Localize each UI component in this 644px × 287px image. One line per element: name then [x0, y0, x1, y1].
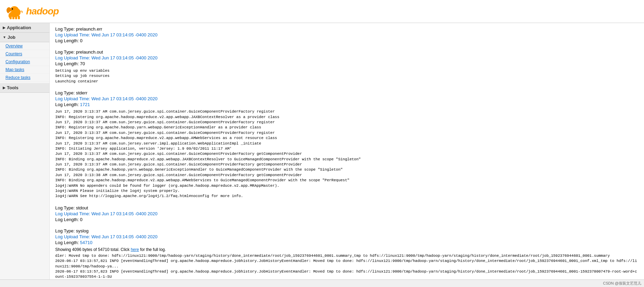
log-type-prelaunch-err: Log Type: prelaunch.err — [55, 26, 639, 32]
log-length-syslog: Log Length: 54710 — [55, 240, 639, 245]
log-type-syslog: Log Type: syslog — [55, 228, 639, 233]
log-type-stdout: Log Type: stdout — [55, 205, 639, 210]
hadoop-elephant-icon — [4, 3, 25, 20]
header: hadoop — [0, 0, 644, 23]
log-section-syslog: Log Type: syslog Log Upload Time: Wed Ju… — [55, 228, 639, 279]
sidebar-section-job[interactable]: ▼ Job — [0, 33, 49, 42]
log-length-syslog-prefix: Log Length: — [55, 240, 80, 245]
job-arrow-icon: ▼ — [3, 35, 6, 39]
sidebar-tools-label: Tools — [7, 85, 19, 90]
sidebar-item-configuration[interactable]: Configuration — [0, 58, 49, 66]
log-upload-time-prelaunch-err: Log Upload Time: Wed Jun 17 03:14:05 -04… — [55, 32, 639, 37]
content-area: Log Type: prelaunch.err Log Upload Time:… — [50, 23, 644, 279]
log-length-syslog-value: 54710 — [80, 240, 92, 245]
log-upload-time-stderr: Log Upload Time: Wed Jun 17 03:14:05 -04… — [55, 96, 639, 101]
log-section-prelaunch-err: Log Type: prelaunch.err Log Upload Time:… — [55, 26, 639, 43]
full-log-link[interactable]: here — [131, 247, 139, 252]
svg-rect-5 — [12, 16, 14, 19]
sidebar-item-overview[interactable]: Overview — [0, 42, 49, 50]
sidebar-section-tools[interactable]: ▶ Tools — [0, 83, 49, 93]
showing-text-syslog: Showing 4096 bytes of 54710 total. Click… — [55, 247, 639, 252]
sidebar-job-label: Job — [8, 35, 15, 40]
showing-suffix: for the full log. — [139, 247, 166, 252]
log-type-stderr: Log Type: stderr — [55, 90, 639, 95]
svg-rect-6 — [15, 16, 17, 19]
svg-rect-7 — [18, 16, 20, 19]
sidebar-application-label: Application — [7, 25, 31, 30]
log-upload-time-prelaunch-out: Log Upload Time: Wed Jun 17 03:14:05 -04… — [55, 55, 639, 60]
logo-area: hadoop — [4, 3, 59, 20]
log-length-stderr-value: 1721 — [80, 102, 90, 107]
log-upload-time-syslog: Log Upload Time: Wed Jun 17 03:14:05 -04… — [55, 234, 639, 239]
sidebar: ▶ Application ▼ Job Overview Counters Co… — [0, 23, 50, 279]
log-body-prelaunch-out: Setting up env variables Setting up job … — [55, 68, 639, 84]
log-length-stderr: Log Length: 1721 — [55, 102, 639, 107]
sidebar-item-reduce-tasks[interactable]: Reduce tasks — [0, 74, 49, 82]
log-length-prelaunch-out: Log Length: 70 — [55, 61, 639, 66]
showing-prefix: Showing 4096 bytes of 54710 total. Click — [55, 247, 131, 252]
sidebar-item-counters[interactable]: Counters — [0, 50, 49, 58]
footer-watermark: CSDN @假装文艺范儿 — [603, 281, 641, 285]
log-length-stdout: Log Length: 0 — [55, 217, 639, 222]
svg-rect-4 — [10, 16, 12, 19]
hadoop-logo-text: hadoop — [26, 6, 59, 17]
svg-point-3 — [12, 8, 13, 10]
log-upload-time-stdout: Log Upload Time: Wed Jun 17 03:14:05 -04… — [55, 211, 639, 216]
footer: CSDN @假装文艺范儿 — [0, 279, 644, 287]
tools-arrow-icon: ▶ — [3, 86, 5, 90]
log-body-syslog: dler: Moved tmp to done: hdfs://linux121… — [55, 253, 639, 279]
sidebar-item-map-tasks[interactable]: Map tasks — [0, 66, 49, 74]
application-arrow-icon: ▶ — [3, 26, 5, 30]
log-section-stderr: Log Type: stderr Log Upload Time: Wed Ju… — [55, 90, 639, 199]
log-type-prelaunch-out: Log Type: prelaunch.out — [55, 49, 639, 55]
sidebar-section-application[interactable]: ▶ Application — [0, 23, 49, 33]
log-length-stderr-prefix: Log Length: — [55, 102, 80, 107]
log-length-prelaunch-err: Log Length: 0 — [55, 38, 639, 43]
log-section-prelaunch-out: Log Type: prelaunch.out Log Upload Time:… — [55, 49, 639, 84]
log-body-stderr: Jun 17, 2020 3:13:37 AM com.sun.jersey.g… — [55, 109, 639, 199]
log-section-stdout: Log Type: stdout Log Upload Time: Wed Ju… — [55, 205, 639, 222]
main-container: ▶ Application ▼ Job Overview Counters Co… — [0, 23, 644, 279]
